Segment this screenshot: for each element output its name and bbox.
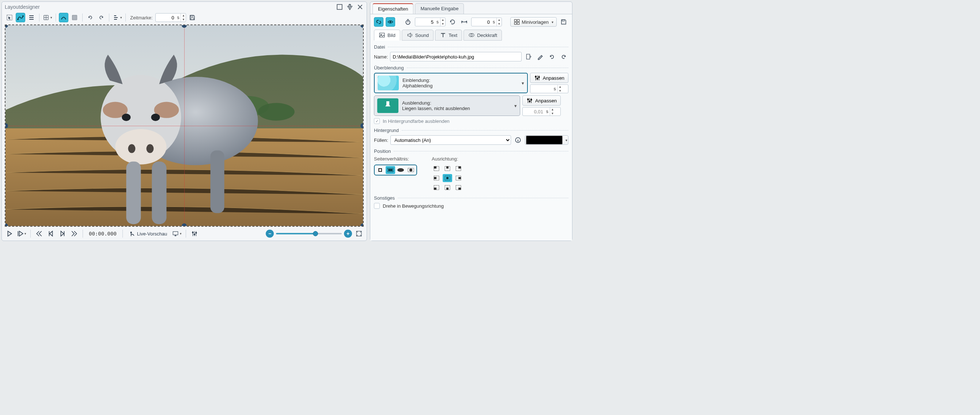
fade-out-duration-field[interactable]: s ▲▼: [522, 107, 561, 116]
tab-manual-input[interactable]: Manuelle Eingabe: [415, 3, 464, 14]
svg-point-2: [17, 19, 19, 20]
zoom-in-icon[interactable]: +: [344, 230, 352, 238]
frame-tool-icon[interactable]: [70, 13, 80, 22]
canvas[interactable]: [5, 24, 364, 227]
skip-start-icon[interactable]: [34, 229, 44, 239]
titlebar: Layoutdesigner: [2, 2, 367, 11]
step-back-icon[interactable]: [46, 229, 56, 239]
aspect-fill-icon[interactable]: [406, 166, 415, 174]
zoom-fit-icon[interactable]: [354, 229, 364, 239]
window-pin-icon[interactable]: [346, 3, 353, 11]
svg-rect-58: [446, 166, 449, 169]
align-tc-icon[interactable]: [443, 165, 452, 173]
skip-end-icon[interactable]: [70, 229, 79, 239]
curve-tool-icon[interactable]: [59, 13, 68, 22]
rotate-left-icon[interactable]: [86, 13, 95, 22]
subtab-image[interactable]: Bild: [374, 30, 400, 41]
align-bl-icon[interactable]: [432, 184, 441, 192]
stopwatch-icon[interactable]: [403, 17, 413, 27]
fade-in-duration-input[interactable]: [530, 85, 552, 93]
svg-point-24: [130, 231, 132, 233]
section-background: Hintergrund: [374, 127, 568, 133]
align-tr-icon[interactable]: [453, 165, 463, 173]
subtab-sound[interactable]: Sound: [402, 30, 434, 41]
fade-out-duration-input[interactable]: [523, 108, 545, 116]
fade-in-duration-field[interactable]: s ▲▼: [530, 84, 568, 93]
reload-file-icon[interactable]: [547, 52, 557, 61]
align-mr-icon[interactable]: [453, 174, 463, 182]
save-preset-icon[interactable]: [559, 17, 568, 27]
play-icon[interactable]: [5, 229, 14, 239]
aspect-stretch-icon[interactable]: [396, 166, 406, 174]
align-tl-icon[interactable]: [432, 165, 441, 173]
align-mc-icon[interactable]: [443, 174, 452, 182]
guide-vertical: [184, 25, 185, 226]
offset-field[interactable]: s ▲▼: [471, 17, 502, 26]
main-toolbar: Zeitmarke: s ▲▼: [2, 11, 367, 24]
svg-point-53: [397, 168, 404, 172]
edit-file-icon[interactable]: [536, 52, 545, 61]
fade-out-adjust-button[interactable]: Anpassen: [522, 95, 561, 106]
svg-point-47: [530, 99, 532, 101]
zoom-out-icon[interactable]: −: [266, 230, 274, 238]
file-path-input[interactable]: [390, 52, 522, 61]
live-preview-button[interactable]: Live-Vorschau: [126, 229, 170, 239]
fade-in-selector[interactable]: Einblendung: Alphablending ▾: [374, 73, 528, 93]
resize-handle[interactable]: [360, 223, 364, 227]
fill-mode-select[interactable]: Automatisch (An): [390, 135, 511, 145]
svg-point-3: [22, 15, 24, 17]
browse-file-icon[interactable]: [524, 52, 533, 61]
duration-field[interactable]: s ▲▼: [415, 17, 445, 26]
align-bc-icon[interactable]: [443, 184, 452, 192]
reset-file-icon[interactable]: [559, 52, 568, 61]
hide-in-bg-checkbox[interactable]: ✓ In Hintergrundfarbe ausblenden: [374, 118, 450, 124]
duration-input[interactable]: [415, 18, 435, 26]
aspect-crop-icon[interactable]: [386, 166, 395, 174]
svg-point-43: [536, 78, 538, 80]
select-tool-icon[interactable]: [5, 13, 14, 22]
subtab-opacity[interactable]: Deckkraft: [463, 30, 502, 41]
settings-sliders-icon[interactable]: [190, 229, 199, 239]
width-icon[interactable]: [460, 17, 469, 27]
visibility-icon[interactable]: [386, 17, 395, 27]
svg-rect-64: [446, 177, 449, 179]
window-maximize-icon[interactable]: [336, 3, 343, 11]
svg-rect-56: [434, 166, 436, 169]
timemark-field[interactable]: s ▲▼: [155, 13, 186, 22]
rotate-direction-checkbox[interactable]: Drehe in Bewegungsrichtung: [374, 203, 444, 209]
zoom-slider[interactable]: [276, 233, 342, 234]
svg-point-44: [538, 76, 540, 78]
play-from-icon[interactable]: [16, 229, 27, 239]
offset-input[interactable]: [471, 18, 491, 26]
subtab-text[interactable]: Text: [435, 30, 462, 41]
arrange-menu-icon[interactable]: [112, 13, 123, 22]
aspect-ratio-group: Seitenverhältnis:: [374, 156, 417, 175]
info-icon[interactable]: [513, 135, 523, 145]
path-tool-icon[interactable]: [16, 13, 25, 22]
fade-out-selector[interactable]: Ausblendung: Liegen lassen, nicht ausble…: [374, 95, 520, 116]
resize-handle[interactable]: [182, 223, 187, 227]
timemark-input[interactable]: [156, 14, 175, 22]
section-blend: Überblendung: [374, 65, 568, 71]
fade-in-adjust-button[interactable]: Anpassen: [530, 73, 568, 83]
rotate-right-icon[interactable]: [97, 13, 106, 22]
fade-out-value: Liegen lassen, nicht ausblenden: [402, 106, 511, 111]
list-tool-icon[interactable]: [27, 13, 36, 22]
save-icon[interactable]: [188, 13, 197, 22]
aspect-keep-icon[interactable]: [375, 166, 385, 174]
refresh-duration-icon[interactable]: [448, 17, 457, 27]
align-br-icon[interactable]: [453, 184, 463, 192]
fade-out-thumb-icon: [377, 99, 398, 113]
grid-menu-icon[interactable]: [42, 13, 52, 22]
link-toggle-icon[interactable]: [374, 17, 383, 27]
window-close-icon[interactable]: [356, 3, 364, 11]
align-ml-icon[interactable]: [432, 174, 441, 182]
tab-properties[interactable]: Eigenschaften: [372, 3, 414, 14]
step-forward-icon[interactable]: [58, 229, 67, 239]
resize-handle[interactable]: [360, 123, 364, 128]
monitor-menu-icon[interactable]: [172, 229, 182, 239]
mini-templates-dropdown[interactable]: Minivorlagen: [510, 17, 557, 27]
bg-color-picker[interactable]: [525, 135, 568, 145]
align-label: Ausrichtung:: [432, 156, 463, 162]
svg-point-42: [535, 76, 537, 78]
